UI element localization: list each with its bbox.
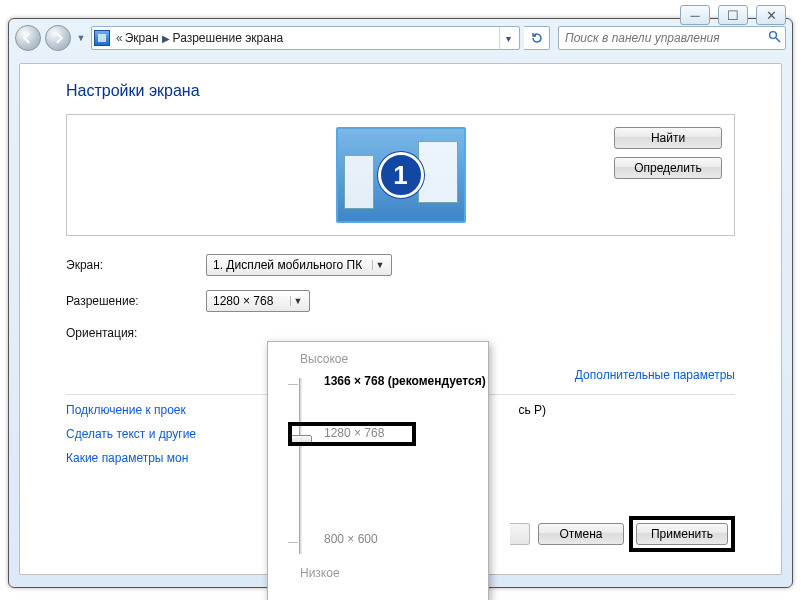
identify-button[interactable]: Определить: [614, 157, 722, 179]
control-panel-icon: [94, 30, 110, 46]
resolution-slider-track[interactable]: [286, 378, 314, 554]
toolbar: ▼ « Экран ▶ Разрешение экрана ▾: [9, 19, 792, 53]
back-arrow-icon: [22, 32, 34, 44]
forward-arrow-icon: [52, 32, 64, 44]
maximize-button[interactable]: ☐: [718, 5, 748, 25]
search-icon[interactable]: [768, 30, 781, 46]
slider-high-label: Высокое: [300, 352, 476, 366]
projector-link[interactable]: Подключение к проек: [66, 403, 186, 417]
window-caption-buttons: ─ ☐ ✕: [680, 5, 786, 25]
apply-button[interactable]: Применить: [636, 523, 728, 545]
display-value: 1. Дисплей мобильного ПК: [213, 258, 362, 272]
chevron-down-icon: ▼: [372, 260, 387, 270]
monitor-number-badge: 1: [378, 152, 424, 198]
resolution-label: Разрешение:: [66, 294, 206, 308]
svg-line-1: [776, 38, 780, 42]
window-frame: ─ ☐ ✕ ▼ « Экран ▶ Разрешение экрана ▾: [8, 18, 793, 588]
back-button[interactable]: [15, 25, 41, 51]
close-button[interactable]: ✕: [756, 5, 786, 25]
maximize-icon: ☐: [727, 9, 739, 22]
breadcrumb-item-display[interactable]: Экран: [125, 31, 159, 45]
preview-window-icon: [344, 155, 374, 209]
monitor-preview[interactable]: 1: [336, 127, 466, 223]
orientation-label: Ориентация:: [66, 326, 206, 340]
cancel-button[interactable]: Отмена: [538, 523, 624, 545]
search-box[interactable]: [558, 26, 786, 50]
chevron-right-icon: ▶: [159, 33, 173, 44]
refresh-button[interactable]: [524, 26, 550, 50]
slider-tick: [288, 542, 298, 543]
minimize-button[interactable]: ─: [680, 5, 710, 25]
close-icon: ✕: [766, 9, 777, 22]
preview-window-icon: [418, 141, 458, 203]
resolution-combobox[interactable]: 1280 × 768 ▼: [206, 290, 310, 312]
display-label: Экран:: [66, 258, 206, 272]
ok-button-edge[interactable]: [510, 523, 530, 545]
resolution-option-recommended[interactable]: 1366 × 768 (рекомендуется): [324, 374, 486, 388]
resolution-value: 1280 × 768: [213, 294, 273, 308]
slider-low-label: Низкое: [300, 566, 476, 580]
slider-tick: [288, 384, 298, 385]
detect-button[interactable]: Найти: [614, 127, 722, 149]
content-area: Настройки экрана 1 Найти Определить Экра…: [19, 63, 782, 575]
display-combobox[interactable]: 1. Дисплей мобильного ПК ▼: [206, 254, 392, 276]
breadcrumb-item-resolution[interactable]: Разрешение экрана: [173, 31, 284, 45]
slider-line: [299, 378, 302, 554]
projector-hint-suffix: сь P): [518, 403, 546, 417]
page-title: Настройки экрана: [66, 82, 735, 100]
refresh-icon: [530, 31, 544, 45]
dialog-button-row: Отмена Применить: [510, 516, 735, 552]
address-dropdown-icon[interactable]: ▾: [499, 27, 517, 49]
forward-button[interactable]: [45, 25, 71, 51]
chevron-down-icon: ▼: [290, 296, 305, 306]
monitor-preview-box: 1 Найти Определить: [66, 114, 735, 236]
resolution-option-lowest[interactable]: 800 × 600: [324, 532, 378, 546]
search-input[interactable]: [563, 30, 768, 46]
advanced-settings-link[interactable]: Дополнительные параметры: [575, 368, 735, 382]
minimize-icon: ─: [690, 9, 699, 22]
address-bar[interactable]: « Экран ▶ Разрешение экрана ▾: [91, 26, 520, 50]
resolution-option-selected[interactable]: 1280 × 768: [324, 426, 384, 440]
breadcrumb-root: «: [114, 31, 125, 45]
svg-point-0: [770, 32, 777, 39]
text-size-link[interactable]: Сделать текст и другие: [66, 427, 196, 441]
monitor-params-link[interactable]: Какие параметры мон: [66, 451, 188, 465]
apply-highlight-box: Применить: [629, 516, 735, 552]
history-dropdown-icon[interactable]: ▼: [75, 33, 87, 43]
resolution-slider-popup: Высокое 1366 × 768 (рекомендуется) 1280 …: [267, 341, 489, 600]
